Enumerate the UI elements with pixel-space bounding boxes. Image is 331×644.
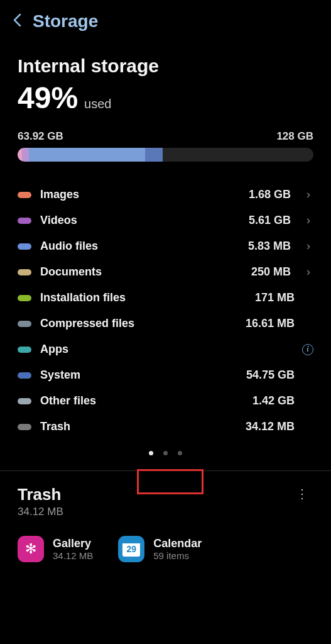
pager-dot[interactable] (178, 451, 182, 455)
trash-items: ✻Gallery34.12 MB29Calendar59 items (18, 536, 313, 562)
category-size: 1.42 GB (252, 394, 295, 408)
page-title: Storage (33, 11, 98, 31)
category-size: 5.61 GB (249, 214, 291, 227)
category-row-installation-files: Installation files171 MB (18, 285, 313, 311)
used-amount: 63.92 GB (18, 130, 63, 143)
category-color-pill (18, 372, 31, 379)
category-label: System (40, 369, 237, 382)
category-color-pill (18, 424, 31, 430)
category-row-audio-files[interactable]: Audio files5.83 MB› (18, 233, 313, 259)
category-label: Apps (40, 343, 290, 356)
category-size: 34.12 MB (246, 420, 295, 433)
category-color-pill (18, 347, 31, 353)
category-label: Other files (40, 394, 244, 408)
used-label: used (84, 97, 111, 111)
category-color-pill (18, 243, 31, 250)
calendar-icon: 29 (118, 536, 144, 562)
total-amount: 128 GB (276, 130, 313, 143)
storage-bar-fill (18, 148, 163, 162)
storage-bar-segment (145, 148, 163, 162)
info-icon[interactable]: i (302, 344, 313, 355)
category-label: Documents (40, 265, 242, 279)
usage-percent: 49% (18, 80, 78, 115)
category-list: Images1.68 GB›Videos5.61 GB›Audio files5… (18, 182, 313, 440)
category-label: Images (40, 188, 240, 201)
more-icon[interactable]: ⋮ (291, 485, 313, 502)
category-row-compressed-files: Compressed files16.61 MB (18, 311, 313, 336)
trash-item-sub: 34.12 MB (53, 550, 93, 561)
category-size: 16.61 MB (246, 317, 295, 330)
category-color-pill (18, 398, 31, 404)
trash-item-label: Calendar (153, 537, 202, 550)
category-label: Installation files (40, 291, 246, 304)
bar-labels: 63.92 GB 128 GB (18, 130, 313, 143)
category-color-pill (18, 295, 31, 301)
storage-bar-segment (18, 148, 22, 162)
category-size: 5.83 MB (248, 240, 291, 253)
category-label: Compressed files (40, 317, 237, 330)
trash-title: Trash (18, 485, 63, 504)
chevron-right-icon: › (303, 265, 313, 279)
storage-bar-segment (22, 148, 30, 162)
pager-dot[interactable] (163, 451, 168, 455)
gallery-icon: ✻ (18, 536, 44, 562)
chevron-right-icon: › (303, 188, 313, 201)
storage-bar (18, 148, 313, 162)
chevron-right-icon: › (303, 240, 313, 253)
trash-item-label: Gallery (53, 537, 93, 550)
page-indicator[interactable] (18, 446, 313, 460)
trash-section: Trash 34.12 MB ⋮ ✻Gallery34.12 MB29Calen… (0, 471, 331, 562)
category-color-pill (18, 192, 31, 198)
category-row-system: System54.75 GB (18, 362, 313, 388)
category-row-trash: Trash34.12 MB (18, 414, 313, 440)
category-size: 171 MB (255, 291, 295, 304)
trash-item-gallery[interactable]: ✻Gallery34.12 MB (18, 536, 93, 562)
category-size: 54.75 GB (246, 369, 295, 382)
usage-percent-row: 49% used (18, 80, 313, 115)
category-row-apps: Appsi (18, 336, 313, 362)
category-row-other-files: Other files1.42 GB (18, 388, 313, 414)
category-row-documents[interactable]: Documents250 MB› (18, 259, 313, 285)
category-color-pill (18, 218, 31, 224)
main-content: Internal storage 49% used 63.92 GB 128 G… (0, 38, 331, 460)
category-label: Videos (40, 214, 240, 227)
trash-size: 34.12 MB (18, 506, 63, 518)
chevron-right-icon: › (303, 214, 313, 227)
trash-header: Trash 34.12 MB ⋮ (18, 485, 313, 518)
category-row-videos[interactable]: Videos5.61 GB› (18, 208, 313, 233)
category-color-pill (18, 269, 31, 275)
category-label: Trash (40, 420, 237, 433)
category-size: 250 MB (251, 265, 291, 279)
category-size: 1.68 GB (249, 188, 291, 201)
calendar-date-badge: 29 (122, 541, 140, 557)
header: Storage (0, 0, 331, 38)
trash-item-sub: 59 items (153, 550, 202, 561)
category-row-images[interactable]: Images1.68 GB› (18, 182, 313, 208)
storage-bar-segment (29, 148, 145, 162)
back-icon[interactable] (13, 13, 21, 30)
internal-storage-title: Internal storage (18, 55, 313, 77)
category-color-pill (18, 321, 31, 327)
trash-item-calendar[interactable]: 29Calendar59 items (118, 536, 202, 562)
pager-dot[interactable] (149, 451, 153, 455)
category-label: Audio files (40, 240, 239, 253)
